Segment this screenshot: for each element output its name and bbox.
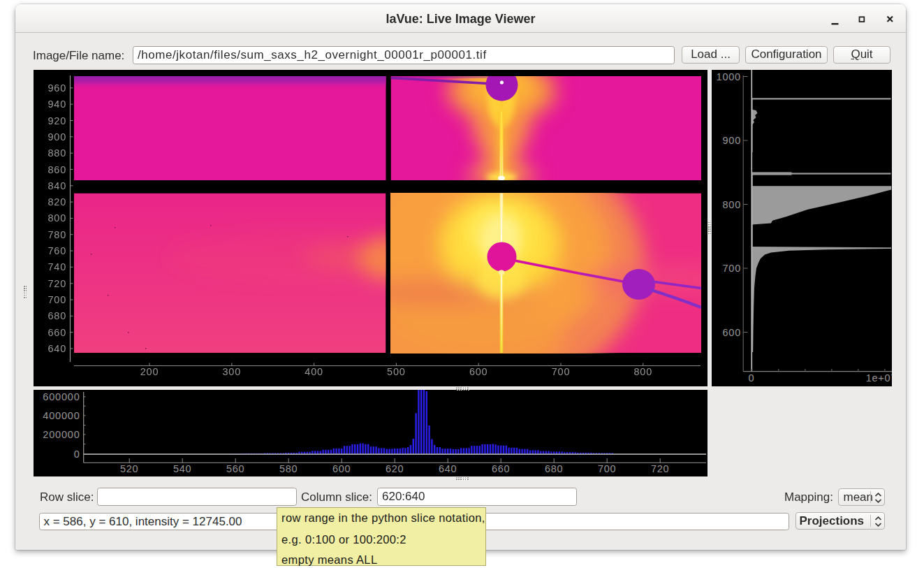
svg-text:660: 660 — [492, 463, 511, 474]
svg-text:580: 580 — [279, 463, 298, 474]
svg-text:520: 520 — [120, 463, 139, 474]
svg-text:1e+07: 1e+07 — [865, 372, 892, 384]
svg-text:540: 540 — [173, 463, 192, 474]
svg-text:620: 620 — [386, 463, 404, 474]
svg-text:860: 860 — [47, 164, 66, 175]
svg-text:700: 700 — [722, 263, 741, 274]
svg-text:940: 940 — [47, 99, 66, 110]
svg-text:600: 600 — [722, 327, 741, 338]
svg-text:700: 700 — [598, 463, 617, 474]
svg-text:720: 720 — [651, 463, 670, 474]
svg-text:640: 640 — [439, 463, 457, 474]
svg-text:700: 700 — [552, 366, 571, 377]
svg-text:600000: 600000 — [43, 391, 80, 402]
svg-text:600: 600 — [469, 366, 488, 377]
svg-text:800: 800 — [634, 366, 653, 377]
svg-text:720: 720 — [47, 278, 66, 289]
svg-text:0: 0 — [74, 448, 80, 459]
svg-text:200000: 200000 — [43, 428, 80, 439]
svg-text:900: 900 — [722, 135, 741, 146]
svg-text:840: 840 — [47, 180, 66, 191]
svg-text:740: 740 — [47, 261, 66, 272]
svg-text:900: 900 — [47, 131, 66, 143]
svg-text:600: 600 — [332, 463, 351, 474]
svg-text:0: 0 — [748, 372, 754, 384]
svg-text:800: 800 — [47, 212, 66, 224]
svg-text:660: 660 — [47, 327, 66, 338]
svg-text:700: 700 — [47, 294, 66, 305]
svg-text:820: 820 — [47, 196, 66, 207]
svg-text:400000: 400000 — [43, 409, 80, 421]
svg-text:780: 780 — [47, 229, 66, 240]
svg-text:400: 400 — [305, 366, 323, 377]
svg-text:760: 760 — [47, 245, 66, 256]
svg-text:920: 920 — [47, 115, 66, 126]
svg-text:640: 640 — [47, 343, 66, 354]
svg-text:800: 800 — [722, 199, 741, 210]
svg-text:1000: 1000 — [716, 71, 740, 82]
svg-text:300: 300 — [223, 366, 242, 377]
svg-text:960: 960 — [47, 82, 66, 94]
svg-text:500: 500 — [387, 366, 406, 377]
svg-text:560: 560 — [226, 463, 245, 474]
svg-text:680: 680 — [47, 310, 66, 321]
svg-text:200: 200 — [140, 366, 159, 377]
svg-text:680: 680 — [545, 463, 564, 474]
svg-text:880: 880 — [47, 147, 66, 159]
